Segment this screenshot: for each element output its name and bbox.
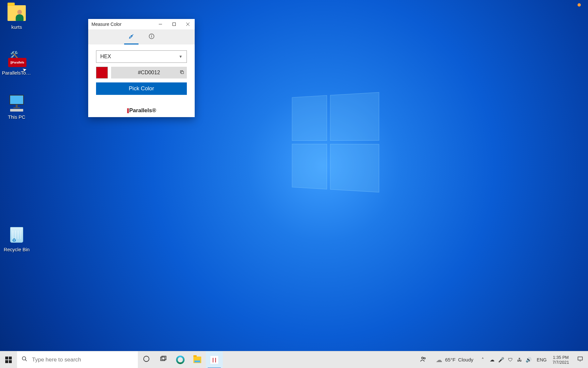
tab-picker[interactable]: [126, 29, 137, 44]
taskbar-edge[interactable]: [172, 351, 189, 368]
search-input[interactable]: [32, 357, 133, 363]
tray-microphone-muted[interactable]: 🎤: [497, 351, 505, 368]
cloud-sync-icon: ☁: [490, 357, 495, 363]
cortana-button[interactable]: [138, 351, 155, 368]
shield-icon: 🛡: [508, 357, 513, 362]
speaker-icon: 🔊: [526, 357, 532, 363]
desktop-icon-kurts-folder[interactable]: kurts: [2, 3, 31, 30]
clock-date: 7/7/2021: [552, 360, 569, 365]
close-button[interactable]: [181, 19, 195, 29]
desktop-icon-parallels-toolbox[interactable]: 🛠️||Parallels ParallelsTool...: [2, 49, 31, 76]
desktop-icon-label: This PC: [8, 114, 25, 120]
parallels-toolbox-icon: | |: [210, 356, 218, 364]
svg-rect-7: [181, 71, 184, 74]
color-swatch: [96, 67, 108, 79]
minimize-icon: [159, 23, 162, 26]
copy-icon: [180, 70, 184, 75]
desktop-icon-label: kurts: [11, 24, 22, 30]
edge-icon: [176, 356, 185, 364]
clock-time: 1:35 PM: [553, 355, 568, 360]
system-tray: ˄ ☁ 🎤 🛡 🖧 🔊: [477, 351, 534, 368]
svg-rect-10: [5, 360, 8, 363]
task-view-icon: [160, 355, 167, 364]
close-icon: [186, 23, 189, 26]
language-indicator[interactable]: ENG: [534, 351, 549, 368]
network-icon: 🖧: [517, 357, 522, 362]
parallels-branding: ||Parallels®: [96, 107, 187, 114]
color-value-field[interactable]: #CD0012: [111, 67, 187, 79]
taskbar-search[interactable]: [17, 351, 138, 368]
tray-network[interactable]: 🖧: [515, 351, 524, 368]
info-icon: [149, 33, 155, 41]
search-icon: [22, 356, 27, 363]
desktop-icon-recycle-bin[interactable]: ♻ Recycle Bin: [2, 226, 31, 252]
weather-desc: Cloudy: [458, 357, 473, 362]
format-selected-value: HEX: [100, 54, 111, 60]
parallels-bars-icon: ||: [127, 107, 129, 114]
svg-point-14: [144, 356, 149, 362]
wallpaper-windows-logo: [292, 92, 379, 193]
eyedropper-icon: [128, 33, 134, 41]
svg-point-6: [152, 35, 152, 35]
tray-security[interactable]: 🛡: [506, 351, 514, 368]
taskbar-file-explorer[interactable]: [189, 351, 206, 368]
app-body: HEX ▼ #CD0012 Pick Color ||Parallels®: [88, 44, 195, 117]
taskbar: | | ☁ 65°F Cloudy ˄ ☁ 🎤 🛡 🖧 🔊 ENG: [0, 351, 588, 368]
tab-info[interactable]: [146, 29, 157, 44]
mic-off-icon: 🎤: [498, 357, 504, 363]
desktop-icon-label: Recycle Bin: [4, 247, 29, 252]
taskbar-parallels-toolbox[interactable]: | |: [206, 351, 223, 368]
file-explorer-icon: [193, 357, 201, 363]
svg-rect-8: [5, 357, 8, 359]
desktop[interactable]: kurts 🛠️||Parallels ParallelsTool... Thi…: [0, 0, 588, 368]
svg-rect-1: [173, 23, 176, 26]
start-button[interactable]: [0, 351, 17, 368]
camera-indicator-icon: [578, 3, 581, 7]
svg-point-12: [22, 357, 26, 360]
svg-rect-11: [9, 360, 12, 363]
taskbar-pinned: | |: [138, 351, 223, 368]
measure-color-window: Measure Color: [88, 19, 195, 117]
maximize-icon: [172, 23, 176, 26]
chevron-up-icon: ˄: [482, 357, 484, 363]
cloud-icon: ☁: [436, 356, 442, 364]
weather-temp: 65°F: [445, 357, 455, 362]
action-center-button[interactable]: [572, 351, 588, 368]
window-title: Measure Color: [91, 22, 154, 27]
cortana-icon: [143, 355, 150, 364]
meet-now-icon: [420, 356, 427, 364]
taskbar-clock[interactable]: 1:35 PM 7/7/2021: [549, 351, 572, 368]
recycle-bin-icon: ♻: [7, 226, 26, 245]
tray-chevron-up[interactable]: ˄: [479, 351, 487, 368]
maximize-button[interactable]: [167, 19, 181, 29]
svg-rect-16: [162, 356, 166, 360]
svg-point-18: [424, 357, 426, 359]
titlebar[interactable]: Measure Color: [88, 19, 195, 29]
language-text: ENG: [537, 357, 547, 362]
copy-button[interactable]: [180, 70, 184, 76]
svg-rect-15: [161, 357, 165, 361]
computer-icon: [7, 93, 26, 113]
svg-line-13: [25, 359, 27, 361]
color-result-row: #CD0012: [96, 67, 187, 79]
minimize-button[interactable]: [154, 19, 167, 29]
pick-color-button[interactable]: Pick Color: [96, 82, 187, 95]
notification-icon: [577, 356, 583, 363]
toolbox-icon: 🛠️||Parallels: [7, 49, 26, 69]
color-value-text: #CD0012: [138, 70, 160, 76]
windows-start-icon: [5, 357, 12, 363]
tray-onedrive[interactable]: ☁: [488, 351, 496, 368]
desktop-icon-label: ParallelsTool...: [2, 70, 31, 76]
meet-now-button[interactable]: [415, 351, 432, 368]
tray-volume[interactable]: 🔊: [524, 351, 533, 368]
desktop-icon-this-pc[interactable]: This PC: [2, 93, 31, 120]
color-format-select[interactable]: HEX ▼: [96, 50, 187, 63]
chevron-down-icon: ▼: [179, 54, 183, 59]
svg-point-17: [422, 357, 424, 359]
task-view-button[interactable]: [155, 351, 172, 368]
tab-bar: [88, 29, 195, 44]
svg-rect-9: [9, 357, 12, 359]
user-folder-icon: [7, 3, 26, 23]
weather-widget[interactable]: ☁ 65°F Cloudy: [432, 351, 477, 368]
svg-rect-19: [578, 357, 582, 360]
